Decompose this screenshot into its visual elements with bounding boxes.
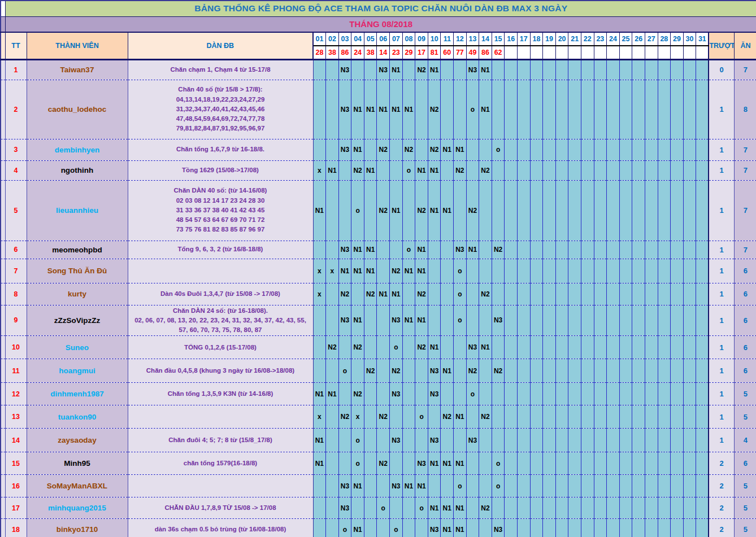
day-cell[interactable] — [377, 160, 390, 180]
day-cell[interactable]: N1 — [441, 139, 454, 160]
day-cell[interactable]: N3 — [428, 383, 441, 405]
member-name-cell[interactable]: hoangmui — [27, 359, 128, 383]
day-cell[interactable] — [313, 359, 326, 383]
column-header-tt[interactable]: TT — [5, 32, 27, 59]
day-cell[interactable] — [377, 429, 390, 452]
day-cell[interactable] — [645, 241, 658, 259]
truot-cell[interactable]: 1 — [709, 241, 734, 259]
tt-cell[interactable]: 3 — [5, 139, 27, 160]
day-cell[interactable] — [683, 139, 696, 160]
dan-db-cell[interactable]: dàn 36s chạm 0.5 bỏ trùng (từ 16/08-18/0… — [128, 519, 313, 537]
day-cell[interactable] — [555, 475, 568, 497]
day-cell[interactable] — [607, 405, 620, 429]
day-cell[interactable]: N1 — [428, 336, 441, 359]
day-cell[interactable]: N1 — [351, 139, 364, 160]
day-cell[interactable] — [696, 283, 709, 305]
day-cell[interactable] — [530, 59, 543, 80]
day-cell[interactable] — [696, 139, 709, 160]
day-cell[interactable] — [543, 383, 556, 405]
day-cell[interactable] — [530, 180, 543, 241]
day-cell[interactable]: N1 — [415, 475, 428, 497]
truot-cell[interactable]: 2 — [709, 519, 734, 537]
row-gutter[interactable] — [1, 259, 5, 283]
day-cell[interactable]: N1 — [377, 283, 390, 305]
day-cell[interactable] — [683, 519, 696, 537]
day-cell[interactable]: N2 — [390, 259, 403, 283]
day-cell[interactable] — [683, 383, 696, 405]
day-cell[interactable] — [543, 160, 556, 180]
day-cell[interactable] — [581, 180, 594, 241]
day-cell[interactable] — [518, 429, 531, 452]
day-cell[interactable]: N1 — [428, 180, 441, 241]
day-cell[interactable] — [671, 519, 684, 537]
day-cell[interactable]: N1 — [479, 59, 492, 80]
day-result-cell[interactable] — [658, 46, 671, 59]
row-gutter[interactable] — [1, 383, 5, 405]
day-cell[interactable] — [581, 359, 594, 383]
day-cell[interactable] — [326, 475, 339, 497]
day-cell[interactable]: o — [402, 160, 415, 180]
day-cell[interactable] — [594, 305, 607, 336]
day-cell[interactable] — [518, 359, 531, 383]
day-cell[interactable]: N1 — [351, 241, 364, 259]
day-cell[interactable] — [619, 405, 632, 429]
day-cell[interactable] — [338, 180, 351, 241]
day-cell[interactable] — [696, 80, 709, 139]
tt-cell[interactable]: 15 — [5, 452, 27, 475]
day-cell[interactable] — [555, 336, 568, 359]
day-header-cell[interactable]: 18 — [530, 32, 543, 46]
day-cell[interactable] — [555, 283, 568, 305]
day-cell[interactable] — [454, 59, 467, 80]
row-gutter[interactable] — [1, 429, 5, 452]
day-cell[interactable] — [313, 139, 326, 160]
day-cell[interactable] — [632, 80, 645, 139]
day-cell[interactable]: N1 — [402, 80, 415, 139]
day-cell[interactable]: N1 — [351, 80, 364, 139]
day-cell[interactable] — [607, 452, 620, 475]
day-cell[interactable] — [671, 336, 684, 359]
day-cell[interactable]: N1 — [364, 259, 377, 283]
day-cell[interactable] — [505, 283, 518, 305]
day-cell[interactable]: N1 — [428, 59, 441, 80]
day-cell[interactable]: N2 — [479, 405, 492, 429]
day-cell[interactable] — [364, 336, 377, 359]
day-result-cell[interactable] — [505, 46, 518, 59]
day-cell[interactable] — [607, 519, 620, 537]
day-cell[interactable] — [568, 359, 581, 383]
day-cell[interactable] — [454, 80, 467, 139]
day-result-cell[interactable]: 29 — [402, 46, 415, 59]
truot-cell[interactable]: 1 — [709, 283, 734, 305]
day-header-cell[interactable]: 28 — [658, 32, 671, 46]
day-cell[interactable] — [594, 405, 607, 429]
day-cell[interactable]: o — [351, 452, 364, 475]
day-cell[interactable] — [671, 405, 684, 429]
day-cell[interactable] — [683, 405, 696, 429]
tt-cell[interactable]: 9 — [5, 305, 27, 336]
day-cell[interactable]: N1 — [326, 383, 339, 405]
day-cell[interactable] — [518, 452, 531, 475]
day-cell[interactable] — [313, 519, 326, 537]
day-cell[interactable] — [645, 139, 658, 160]
day-cell[interactable]: N3 — [466, 59, 479, 80]
day-cell[interactable] — [326, 283, 339, 305]
day-cell[interactable] — [377, 336, 390, 359]
day-cell[interactable]: N1 — [402, 305, 415, 336]
day-cell[interactable] — [479, 180, 492, 241]
truot-cell[interactable]: 2 — [709, 475, 734, 497]
day-cell[interactable] — [645, 259, 658, 283]
dan-db-cell[interactable]: TỔNG 0,1,2,6 (15-17/08) — [128, 336, 313, 359]
day-cell[interactable] — [313, 59, 326, 80]
day-cell[interactable] — [645, 405, 658, 429]
day-cell[interactable] — [543, 180, 556, 241]
day-header-cell[interactable]: 07 — [390, 32, 403, 46]
day-cell[interactable] — [518, 241, 531, 259]
day-cell[interactable] — [555, 80, 568, 139]
day-header-cell[interactable]: 10 — [428, 32, 441, 46]
day-cell[interactable] — [530, 359, 543, 383]
dan-db-cell[interactable] — [128, 475, 313, 497]
day-cell[interactable]: N1 — [441, 519, 454, 537]
truot-cell[interactable]: 1 — [709, 139, 734, 160]
day-cell[interactable] — [632, 519, 645, 537]
day-cell[interactable] — [594, 452, 607, 475]
day-cell[interactable] — [696, 497, 709, 519]
